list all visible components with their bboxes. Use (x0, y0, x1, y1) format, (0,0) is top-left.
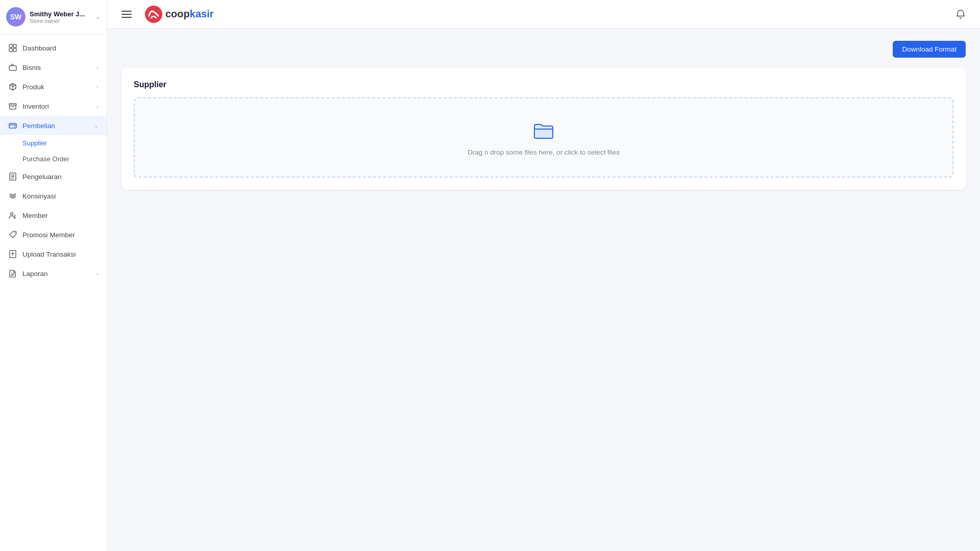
user-info: Smithy Weber J... Store owner (30, 10, 93, 24)
chevron-right-icon: › (96, 103, 99, 109)
logo: coopkasir (144, 5, 214, 24)
box-icon (8, 82, 17, 91)
sidebar-item-produk[interactable]: Produk › (0, 77, 107, 96)
sidebar-item-produk-label: Produk (22, 83, 44, 91)
folder-icon (531, 119, 556, 143)
sidebar-item-laporan[interactable]: Laporan › (0, 264, 107, 283)
main-area: coopkasir Download Format Supplier (107, 0, 980, 551)
sidebar-item-bisnis[interactable]: Bisnis › (0, 58, 107, 77)
grid-icon (8, 43, 17, 53)
logo-icon (144, 5, 163, 24)
chevron-down-icon: ⌄ (94, 122, 99, 129)
hamburger-button[interactable] (117, 5, 136, 23)
sidebar-item-member-label: Member (22, 212, 48, 219)
hamburger-line-1 (121, 11, 132, 12)
sidebar: SW Smithy Weber J... Store owner ⌄ Dashb… (0, 0, 107, 551)
briefcase-icon (8, 63, 17, 72)
svg-point-12 (145, 6, 162, 23)
svg-rect-3 (13, 48, 16, 52)
topbar: coopkasir (107, 0, 980, 29)
avatar: SW (6, 7, 26, 27)
supplier-card: Supplier Drag n drop some files here, or… (121, 68, 966, 190)
receipt-icon (8, 172, 17, 181)
sidebar-item-bisnis-label: Bisnis (22, 64, 41, 71)
download-format-button[interactable]: Download Format (893, 41, 966, 58)
user-profile[interactable]: SW Smithy Weber J... Store owner ⌄ (0, 0, 107, 34)
sidebar-sub-purchase-order[interactable]: Purchase Order (0, 151, 107, 167)
file-icon (8, 269, 17, 278)
chevron-right-icon: › (96, 84, 99, 90)
chevron-right-icon: › (96, 270, 99, 277)
sidebar-item-inventori-label: Inventori (22, 103, 49, 110)
sidebar-item-member[interactable]: Member (0, 206, 107, 225)
hamburger-line-3 (121, 17, 132, 18)
sidebar-item-pengeluaran-label: Pengeluaran (22, 173, 62, 181)
sidebar-item-upload-transaksi-label: Upload Transaksi (22, 251, 76, 258)
users-icon (8, 211, 17, 220)
svg-rect-6 (9, 123, 16, 128)
chevron-down-icon: ⌄ (95, 13, 101, 20)
supplier-title: Supplier (134, 80, 953, 89)
user-name: Smithy Weber J... (30, 10, 93, 18)
svg-rect-2 (9, 48, 12, 52)
sidebar-item-promosi-member[interactable]: Promosi Member (0, 225, 107, 244)
svg-rect-1 (13, 44, 16, 47)
logo-text: coopkasir (165, 8, 214, 20)
sidebar-item-pengeluaran[interactable]: Pengeluaran (0, 167, 107, 186)
chevron-right-icon: › (96, 64, 99, 70)
archive-icon (8, 102, 17, 111)
svg-point-10 (14, 233, 15, 234)
sidebar-item-inventori[interactable]: Inventori › (0, 96, 107, 116)
logo-kasir: kasir (190, 8, 214, 19)
bell-icon (955, 9, 966, 19)
svg-rect-0 (9, 44, 12, 47)
sidebar-item-konsinyasi[interactable]: Konsinyasi (0, 186, 107, 206)
sidebar-sub-purchase-order-label: Purchase Order (22, 155, 69, 163)
svg-rect-4 (9, 66, 16, 70)
upload-icon (8, 249, 17, 259)
svg-rect-5 (9, 104, 16, 105)
sidebar-item-promosi-member-label: Promosi Member (22, 231, 75, 239)
sidebar-item-pembelian-label: Pembelian (22, 122, 55, 130)
hamburger-line-2 (121, 14, 132, 15)
svg-point-7 (14, 126, 15, 127)
layers-icon (8, 191, 17, 201)
sidebar-nav: Dashboard Bisnis › Produk › (0, 34, 107, 551)
content-area: Download Format Supplier Drag n drop som… (107, 29, 980, 551)
sidebar-sub-supplier-label: Supplier (22, 139, 47, 147)
svg-point-9 (11, 213, 13, 215)
sidebar-item-konsinyasi-label: Konsinyasi (22, 192, 56, 200)
content-header: Download Format (121, 41, 966, 58)
topbar-right (951, 5, 970, 23)
user-role: Store owner (30, 18, 93, 24)
wallet-icon (8, 121, 17, 130)
sidebar-item-laporan-label: Laporan (22, 270, 48, 278)
dropzone[interactable]: Drag n drop some files here, or click to… (134, 97, 953, 178)
sidebar-item-upload-transaksi[interactable]: Upload Transaksi (0, 244, 107, 264)
sidebar-item-pembelian[interactable]: Pembelian ⌄ (0, 116, 107, 135)
logo-coop: coop (165, 8, 190, 19)
sidebar-item-dashboard[interactable]: Dashboard (0, 38, 107, 58)
dropzone-text: Drag n drop some files here, or click to… (468, 148, 620, 156)
sidebar-item-dashboard-label: Dashboard (22, 44, 56, 52)
sidebar-sub-supplier[interactable]: Supplier (0, 135, 107, 151)
tag-icon (8, 230, 17, 239)
notification-bell-button[interactable] (951, 5, 970, 23)
